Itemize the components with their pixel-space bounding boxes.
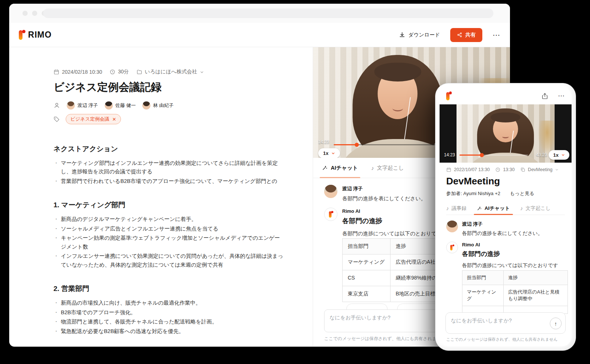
ai-answer-heading: 各部門の進捗 [462, 250, 568, 258]
bullet: マーケティング部門はインフルエンサー連携の効果測定についてさらに詳細な計画を策定… [53, 159, 284, 176]
brand-name: RIMO [28, 30, 52, 40]
copy-icon [520, 167, 525, 172]
seek-handle[interactable] [355, 143, 359, 147]
tab-label: 文字起こし [377, 164, 404, 171]
rimo-logo-icon [19, 30, 25, 40]
share-nodes-icon [457, 32, 462, 38]
bullet: 営業部門で行われているB2B市場でのアプローチ強化について、マーケティング部門と… [53, 177, 284, 186]
speed-label: 1x [323, 150, 328, 156]
folder-selector[interactable]: DevMeeting [520, 167, 559, 172]
section-bullets: 新商品のデジタルマーケティングキャンペーンに着手。 ソーシャルメディア広告とイン… [53, 215, 284, 269]
table-header: 担当部門 [343, 239, 391, 254]
download-label: ダウンロード [408, 32, 440, 38]
tab-transcript[interactable]: ♪ 文字起こし [520, 202, 551, 215]
mobile-tabs: ♪ 議事録 AIチャット ♪ 文字起こし [446, 202, 565, 215]
participant[interactable]: 佐藤 健一 [105, 101, 136, 110]
mobile-device: ⋯ 14:23 43: [435, 83, 576, 351]
chat-message-user: 渡辺 淳子 各部門の進捗を表にしてください。 [446, 221, 565, 237]
bullet: 新商品の市場投入に向け、販売チャネルの最適化作業中。 [53, 299, 284, 307]
message-author: 渡辺 淳子 [342, 186, 426, 192]
share-ios-icon[interactable] [541, 93, 548, 100]
section-heading: 1. マーケティング部門 [53, 200, 284, 210]
section-heading: ネクストアクション [53, 144, 284, 154]
message-author: 渡辺 淳子 [462, 221, 543, 228]
bullet: 緊急配送が必要なB2B顧客への迅速な対応を優先。 [53, 327, 284, 336]
tab-ai-chat[interactable]: AIチャット [322, 158, 358, 178]
avatar [105, 101, 113, 110]
chevron-down-icon [561, 153, 565, 157]
rimo-ai-avatar [446, 242, 458, 253]
tab-label: 文字起こし [525, 205, 551, 212]
send-button[interactable]: ↑ [550, 318, 562, 329]
total-time-label: 43:23 [536, 152, 547, 157]
folder-icon [136, 69, 142, 75]
tab-transcript[interactable]: ♪ 文字起こし [371, 158, 404, 178]
playback-speed-button[interactable]: 1x [318, 148, 340, 158]
tag-chip[interactable]: ビジネス定例会議 ✕ [66, 114, 121, 124]
see-more-link[interactable]: もっと見る [510, 190, 534, 197]
music-note-icon: ♪ [446, 205, 449, 211]
user-avatar [446, 221, 458, 232]
seek-progress [334, 144, 357, 145]
avatar [67, 101, 75, 110]
meeting-duration: 13:30 [495, 167, 514, 172]
bullet: ソーシャルメディア広告とインフルエンサー連携に焦点を当てる [53, 225, 284, 233]
mobile-video-player[interactable]: 14:23 43:23 1x [440, 104, 572, 163]
seek-progress [459, 155, 482, 156]
mobile-header: ⋯ [440, 87, 572, 104]
mobile-meta-row: 2022/10/07 13:30 13:30 DevMeeting [446, 167, 565, 172]
bullet: 新商品のデジタルマーケティングキャンペーンに着手。 [53, 215, 284, 223]
plant-decor [538, 121, 555, 155]
app-toolbar: RIMO ダウンロード 共有 ⋯ [9, 23, 510, 47]
url-bar[interactable] [43, 8, 493, 18]
chevron-down-icon [331, 151, 335, 155]
table-row: マーケティング 広告代理店のA社と見積もり調整中 [462, 285, 568, 306]
calendar-icon [446, 167, 451, 172]
more-menu-button[interactable]: ⋯ [493, 31, 500, 39]
tab-label: AIチャット [485, 205, 510, 212]
participant[interactable]: 渡辺 淳子 [67, 101, 98, 110]
bullet: インフルエンサー連携について効果測定についての質問があったが、具体的な詳細は決ま… [53, 252, 284, 269]
avatar [142, 101, 150, 110]
table-header: 担当部門 [462, 270, 504, 285]
share-button[interactable]: 共有 [450, 28, 482, 42]
speaker-portrait [353, 55, 443, 158]
page-title: DevMeeting [446, 176, 565, 187]
chevron-down-icon [555, 168, 559, 171]
window-control-dot[interactable] [22, 11, 28, 16]
page-title: ビジネス定例会議記録 [53, 80, 284, 95]
music-note-icon: ♪ [520, 205, 523, 211]
bullet: キャンペーン効果の測定基準:ウェブトラフィック増加とソーシャルメディアでのエンゲ… [53, 234, 284, 251]
clock-icon [110, 69, 115, 75]
section-bullets: マーケティング部門はインフルエンサー連携の効果測定についてさらに詳細な計画を策定… [53, 159, 284, 186]
message-author: Rimo AI [462, 242, 568, 247]
magic-wand-icon [477, 206, 482, 211]
chat-message-ai: Rimo AI 各部門の進捗 各部門の進捗については以下のとおりです 担当部門 … [446, 242, 565, 313]
folder-selector[interactable]: いろはにほへ株式会社 [136, 69, 204, 75]
download-button[interactable]: ダウンロード [399, 32, 440, 38]
ai-chat-panel: 渡辺 淳子 各部門の進捗を表にしてください。 Rimo AI 各部門の進捗 各部… [446, 221, 565, 314]
seek-bar[interactable] [459, 155, 528, 156]
magic-wand-icon [322, 165, 328, 171]
tab-ai-chat[interactable]: AIチャット [477, 202, 510, 215]
meeting-duration: 30分 [110, 69, 129, 75]
message-text: 各部門の進捗を表にしてください。 [462, 230, 543, 237]
tab-minutes[interactable]: ♪ 議事録 [446, 202, 466, 215]
page-canvas: RIMO ダウンロード 共有 ⋯ 2024/0 [0, 0, 590, 364]
tab-label: AIチャット [331, 164, 358, 171]
more-menu-button[interactable]: ⋯ [558, 93, 565, 99]
window-control-dot[interactable] [32, 11, 37, 16]
playback-speed-button[interactable]: 1x [549, 150, 569, 160]
tag-label: ビジネス定例会議 [70, 116, 109, 122]
chat-input[interactable] [446, 313, 565, 333]
seek-handle[interactable] [480, 153, 484, 157]
meeting-document: 2024/02/18 10:30 30分 いろはにほへ株式会社 ビジネス定例会議… [9, 47, 313, 346]
rimo-logo[interactable]: RIMO [19, 30, 52, 40]
section-bullets: 新商品の市場投入に向け、販売チャネルの最適化作業中。 B2B市場でのアプローチ強… [53, 299, 284, 336]
meeting-date: 2024/02/18 10:30 [53, 69, 102, 75]
participant[interactable]: 林 由紀子 [142, 101, 174, 110]
rimo-logo-icon[interactable] [446, 91, 451, 100]
tag-remove-icon[interactable]: ✕ [112, 117, 116, 122]
user-avatar [324, 185, 337, 198]
table-header: 進捗 [504, 270, 568, 285]
